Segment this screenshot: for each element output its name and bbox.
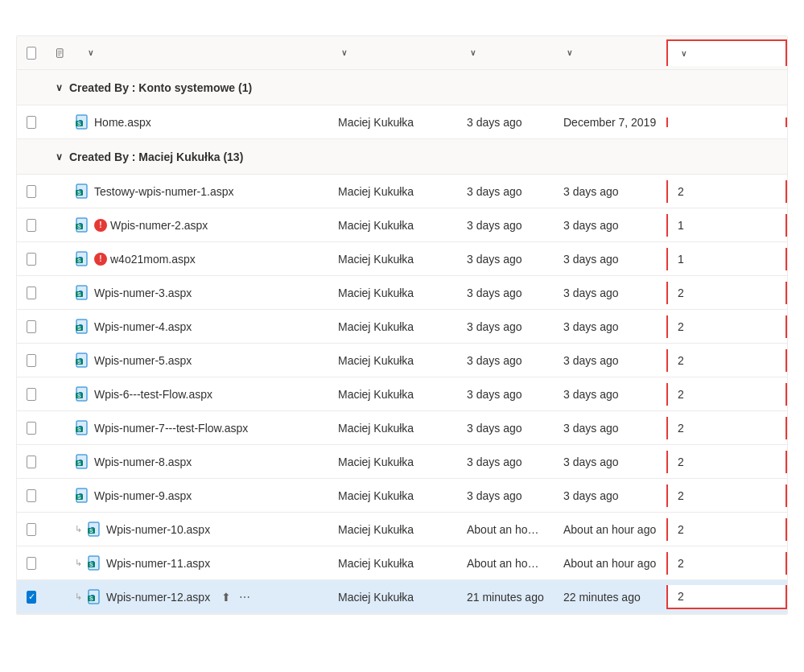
promoted-state-cell: 2 <box>666 451 787 473</box>
row-modified-by: Maciej Kukułka <box>328 349 457 372</box>
group-chevron-1[interactable]: ∨ <box>56 151 63 163</box>
row-name-cell: S S Wpis-6---test-Flow.aspx <box>75 381 328 407</box>
row-created: About an hour ago <box>554 518 666 541</box>
row-icon-cell <box>46 288 75 298</box>
file-name[interactable]: w4o21mom.aspx <box>110 253 196 266</box>
row-name-cell: ↳ S S Wpis-numer-11.aspx <box>75 550 328 576</box>
row-checkbox-cell[interactable] <box>17 484 46 507</box>
row-created: 3 days ago <box>554 417 666 439</box>
file-name[interactable]: Wpis-numer-8.aspx <box>94 456 192 468</box>
group-chevron-0[interactable]: ∨ <box>56 82 63 93</box>
row-checkbox-cell[interactable] <box>17 518 46 541</box>
file-name[interactable]: Wpis-6---test-Flow.aspx <box>94 388 212 401</box>
row-modified: 3 days ago <box>457 111 554 134</box>
file-name[interactable]: Wpis-numer-4.aspx <box>94 320 192 333</box>
file-name[interactable]: Wpis-numer-3.aspx <box>94 287 192 299</box>
share-icon[interactable]: ⬆ <box>220 589 233 605</box>
header-modified[interactable]: ∨ <box>457 42 554 64</box>
row-created: 3 days ago <box>554 282 666 304</box>
indent-icon: ↳ <box>75 524 82 534</box>
table-row[interactable]: S S Wpis-numer-8.aspx Maciej Kukułka 3 d… <box>17 445 787 479</box>
row-checkbox-cell[interactable] <box>17 111 46 134</box>
table-row[interactable]: S S Wpis-numer-5.aspx Maciej Kukułka 3 d… <box>17 344 787 377</box>
table-row[interactable]: ↳ S S Wpis-numer-10.aspx Maciej Kukułka … <box>17 513 787 546</box>
file-icon: S S <box>75 114 91 130</box>
row-checkbox[interactable] <box>27 557 36 570</box>
row-checkbox-cell[interactable] <box>17 248 46 270</box>
header-created[interactable]: ∨ <box>554 42 666 64</box>
promoted-state-cell <box>666 117 787 127</box>
row-icon-cell <box>46 187 75 196</box>
row-checkbox-cell[interactable]: ✓ <box>17 586 46 608</box>
row-checkbox[interactable] <box>27 489 36 502</box>
more-icon[interactable]: ⋯ <box>237 589 252 605</box>
file-name[interactable]: Wpis-numer-5.aspx <box>94 354 192 367</box>
row-checkbox-cell[interactable] <box>17 349 46 372</box>
header-promoted-state[interactable]: ∨ <box>666 39 787 66</box>
row-created: 3 days ago <box>554 349 666 372</box>
table-row[interactable]: S S Wpis-numer-7---test-Flow.aspx Maciej… <box>17 411 787 445</box>
svg-text:S: S <box>77 325 81 331</box>
file-name[interactable]: Wpis-numer-2.aspx <box>110 219 208 232</box>
table-row[interactable]: S S Wpis-numer-4.aspx Maciej Kukułka 3 d… <box>17 310 787 344</box>
table-row[interactable]: S S !Wpis-numer-2.aspx Maciej Kukułka 3 … <box>17 208 787 242</box>
table-row[interactable]: S S Wpis-6---test-Flow.aspx Maciej Kukuł… <box>17 377 787 411</box>
file-name[interactable]: Wpis-numer-12.aspx <box>106 591 210 604</box>
table-row[interactable]: S S Testowy-wpis-numer-1.aspx Maciej Kuk… <box>17 175 787 208</box>
name-wrapper: S S Wpis-numer-5.aspx <box>75 352 192 369</box>
header-icon-cell <box>46 40 75 66</box>
table-row[interactable]: ↳ S S Wpis-numer-11.aspx Maciej Kukułka … <box>17 546 787 580</box>
row-checkbox[interactable] <box>27 354 36 367</box>
row-checkbox[interactable] <box>27 422 36 435</box>
row-checkbox[interactable] <box>27 523 36 536</box>
row-checkbox-cell[interactable] <box>17 417 46 439</box>
file-name[interactable]: Wpis-numer-11.aspx <box>106 557 210 570</box>
file-name[interactable]: Wpis-numer-10.aspx <box>106 523 210 536</box>
file-icon: S S <box>75 386 91 402</box>
table-row[interactable]: S S Wpis-numer-3.aspx Maciej Kukułka 3 d… <box>17 276 787 310</box>
row-checkbox-cell[interactable] <box>17 552 46 575</box>
row-checkbox[interactable] <box>27 116 36 129</box>
row-checkbox-cell[interactable] <box>17 180 46 203</box>
header-name[interactable]: ∨ <box>75 42 328 64</box>
row-checkbox[interactable] <box>27 219 36 232</box>
row-checkbox-cell[interactable] <box>17 383 46 406</box>
file-name[interactable]: Wpis-numer-7---test-Flow.aspx <box>94 422 248 435</box>
svg-text:S: S <box>77 190 81 196</box>
row-modified-by: Maciej Kukułka <box>328 248 457 270</box>
header-checkbox-cell[interactable] <box>17 40 46 66</box>
table-row[interactable]: S S Wpis-numer-9.aspx Maciej Kukułka 3 d… <box>17 479 787 513</box>
row-created: December 7, 2019 <box>554 111 666 134</box>
row-checkbox-cell[interactable] <box>17 214 46 237</box>
row-checkbox-cell[interactable] <box>17 315 46 338</box>
row-checkbox[interactable] <box>27 253 36 266</box>
page-container: ∨ ∨ ∨ ∨ ∨ ∨ Created By : Konto <box>0 0 804 634</box>
file-name[interactable]: Testowy-wpis-numer-1.aspx <box>94 185 234 198</box>
promoted-state-cell: 2 <box>666 315 787 338</box>
row-modified-by: Maciej Kukułka <box>328 282 457 304</box>
modified-sort-icon: ∨ <box>470 48 476 57</box>
promoted-state-cell: 2 <box>666 518 787 541</box>
file-name[interactable]: Home.aspx <box>94 116 151 129</box>
row-checkbox[interactable] <box>27 320 36 333</box>
header-modified-by[interactable]: ∨ <box>328 42 457 64</box>
row-checkbox[interactable] <box>27 287 36 299</box>
table-row[interactable]: S S Home.aspx Maciej Kukułka 3 days ago … <box>17 105 787 139</box>
row-checkbox[interactable] <box>27 388 36 401</box>
row-checkbox[interactable]: ✓ <box>27 591 36 604</box>
row-checkbox[interactable] <box>27 185 36 198</box>
row-created: 3 days ago <box>554 315 666 338</box>
row-icon-cell <box>46 525 75 534</box>
name-wrapper: S S !w4o21mom.aspx <box>75 251 196 267</box>
promoted-state-cell: 1 <box>666 214 787 237</box>
table-row[interactable]: ✓ ↳ S S Wpis-numer-12.aspx ⬆ ⋯ Maciej Ku… <box>17 580 787 614</box>
table-row[interactable]: S S !w4o21mom.aspx Maciej Kukułka 3 days… <box>17 242 787 276</box>
file-name[interactable]: Wpis-numer-9.aspx <box>94 489 192 502</box>
svg-text:S: S <box>89 596 93 601</box>
row-modified: 21 minutes ago <box>457 586 554 608</box>
row-checkbox-cell[interactable] <box>17 451 46 473</box>
header-checkbox[interactable] <box>27 47 36 60</box>
row-checkbox[interactable] <box>27 456 36 468</box>
row-checkbox-cell[interactable] <box>17 282 46 304</box>
row-name-cell: S S Home.aspx <box>75 109 328 135</box>
